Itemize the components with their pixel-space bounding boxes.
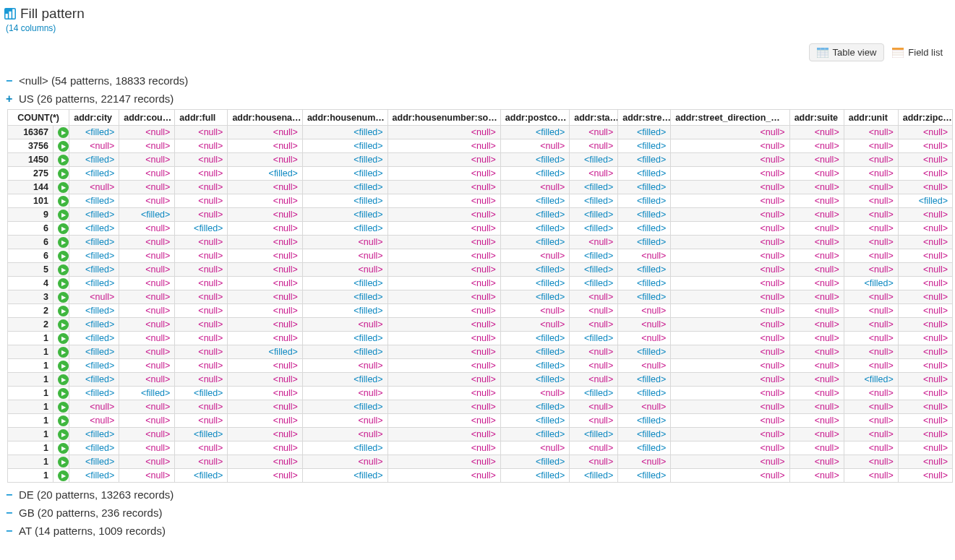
col-header[interactable]: addr:street_direction_… [671,110,789,126]
table-row[interactable]: 1<filled><null><null><null><filled><null… [8,332,953,345]
col-header[interactable]: addr:sta… [570,110,618,126]
col-header[interactable]: addr:stre… [618,110,671,126]
play-icon[interactable] [58,374,69,385]
table-row[interactable]: 6<filled><null><null><null><null><null><… [8,236,953,249]
table-row[interactable]: 275<filled><null><null><filled><filled><… [8,167,953,181]
play-icon[interactable] [58,470,69,481]
null-cell: <null> [789,236,844,249]
group-header-US[interactable]: +US (26 patterns, 22147 records) [4,90,951,108]
play-icon[interactable] [58,278,69,289]
col-header[interactable]: addr:postco… [500,110,569,126]
col-header[interactable]: addr:full [175,110,228,126]
play-icon[interactable] [58,361,69,371]
filled-cell: <filled> [570,181,618,194]
filled-cell: <filled> [69,428,119,441]
table-row[interactable]: 1<filled><null><null><null><filled><null… [8,441,953,455]
play-icon[interactable] [58,292,69,303]
null-cell: <null> [228,428,303,441]
play-icon[interactable] [58,196,69,207]
play-icon[interactable] [58,415,69,426]
null-cell: <null> [898,153,952,167]
table-row[interactable]: 1<filled><null><null><filled><filled><nu… [8,345,953,359]
col-header[interactable]: addr:suite [789,110,844,126]
table-row[interactable]: 1<filled><filled><filled><null><null><nu… [8,387,953,400]
play-icon[interactable] [58,168,69,179]
table-row[interactable]: 5<filled><null><null><null><null><null><… [8,263,953,277]
null-cell: <null> [500,441,569,455]
null-cell: <null> [671,387,789,400]
play-icon[interactable] [58,388,69,399]
null-cell: <null> [844,222,898,236]
play-icon[interactable] [58,155,69,165]
table-row[interactable]: 1<filled><null><filled><null><null><null… [8,428,953,441]
play-icon[interactable] [58,141,69,152]
table-row[interactable]: 1<filled><null><filled><null><filled><nu… [8,469,953,483]
table-row[interactable]: 3<null><null><null><null><filled><null><… [8,290,953,304]
table-row[interactable]: 1450<filled><null><null><null><filled><n… [8,153,953,167]
table-row[interactable]: 6<filled><null><filled><null><filled><nu… [8,222,953,236]
table-row[interactable]: 6<filled><null><null><null><null><null><… [8,249,953,263]
null-cell: <null> [119,290,175,304]
play-icon[interactable] [58,210,69,220]
table-row[interactable]: 9<filled><filled><null><null><filled><nu… [8,208,953,222]
null-cell: <null> [500,304,569,318]
count-cell: 1450 [8,153,53,167]
play-icon[interactable] [58,127,69,138]
columns-count-link[interactable]: (14 columns) [6,23,951,33]
table-row[interactable]: 1<filled><null><null><null><null><null><… [8,455,953,469]
group-header-GB[interactable]: −GB (20 patterns, 236 records) [4,504,951,522]
col-header[interactable]: addr:unit [844,110,898,126]
play-icon[interactable] [58,333,69,344]
col-header[interactable]: addr:housena… [228,110,303,126]
table-row[interactable]: 4<filled><null><null><null><filled><null… [8,277,953,290]
null-cell: <null> [618,249,671,263]
play-icon[interactable] [58,182,69,193]
table-row[interactable]: 1<null><null><null><null><filled><null><… [8,400,953,414]
table-row[interactable]: 2<filled><null><null><null><filled><null… [8,304,953,318]
null-cell: <null> [175,345,228,359]
filled-cell: <filled> [500,236,569,249]
col-header-count[interactable]: COUNT(*) [8,110,69,126]
null-cell: <null> [844,345,898,359]
null-cell: <null> [898,208,952,222]
play-icon[interactable] [58,457,69,468]
count-cell: 1 [8,455,53,469]
col-header[interactable]: addr:zipc… [898,110,952,126]
col-header[interactable]: addr:housenum… [302,110,387,126]
play-icon[interactable] [58,223,69,234]
table-row[interactable]: 3756<null><null><null><null><filled><nul… [8,139,953,153]
play-icon[interactable] [58,306,69,316]
play-icon[interactable] [58,402,69,413]
col-header[interactable]: addr:city [69,110,119,126]
null-cell: <null> [119,469,175,483]
table-view-button[interactable]: Table view [809,43,885,61]
group-header-null[interactable]: −<null> (54 patterns, 18833 records) [4,72,951,90]
null-cell: <null> [898,304,952,318]
table-row[interactable]: 1<filled><null><null><null><filled><null… [8,373,953,387]
group-header-DE[interactable]: −DE (20 patterns, 13263 records) [4,486,951,504]
table-row[interactable]: 101<filled><null><null><null><filled><nu… [8,194,953,208]
filled-cell: <filled> [69,318,119,332]
col-header[interactable]: addr:housenumber:so… [387,110,500,126]
group-header-AT[interactable]: −AT (14 patterns, 1009 records) [4,522,951,540]
play-icon[interactable] [58,347,69,358]
table-row[interactable]: 144<null><null><null><null><filled><null… [8,181,953,194]
table-row[interactable]: 1<null><null><null><null><null><null><fi… [8,414,953,428]
col-header[interactable]: addr:cou… [119,110,175,126]
null-cell: <null> [228,318,303,332]
null-cell: <null> [387,277,500,290]
play-icon[interactable] [58,251,69,262]
table-row[interactable]: 1<filled><null><null><null><null><null><… [8,359,953,373]
play-icon[interactable] [58,319,69,330]
play-icon[interactable] [58,264,69,275]
play-icon[interactable] [58,429,69,440]
filled-cell: <filled> [69,304,119,318]
play-icon[interactable] [58,443,69,454]
play-icon[interactable] [58,237,69,248]
field-list-button[interactable]: Field list [884,43,951,61]
group-label: <null> (54 patterns, 18833 records) [19,74,188,87]
filled-cell: <filled> [175,387,228,400]
table-row[interactable]: 2<filled><null><null><null><null><null><… [8,318,953,332]
table-row[interactable]: 16367<filled><null><null><null><filled><… [8,126,953,139]
null-cell: <null> [175,318,228,332]
